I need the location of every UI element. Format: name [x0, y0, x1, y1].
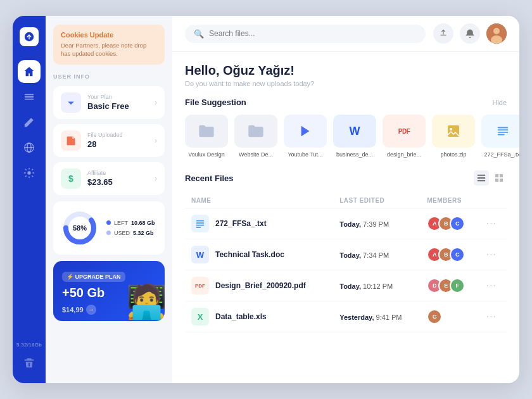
- suggestion-title: File Suggestion: [185, 98, 246, 107]
- sidebar-item-settings[interactable]: [18, 162, 41, 184]
- plan-chevron-icon: ›: [155, 98, 157, 107]
- file-more-button[interactable]: ···: [486, 311, 500, 322]
- suggestion-item-0[interactable]: Voulux Design: [185, 115, 228, 158]
- suggestion-grid: Voulux Design Website De...: [185, 115, 507, 158]
- table-row[interactable]: 272_FFSa_.txt Today, 7:39 PM ABC ···: [185, 208, 507, 239]
- suggestion-item-5[interactable]: photos.zip: [432, 115, 475, 158]
- plan-card[interactable]: Your Plan Basic Free ›: [53, 86, 165, 119]
- table-row[interactable]: PDF Design_Brief_200920.pdf Today, 10:12…: [185, 270, 507, 301]
- recent-files-section: Recent Files NAME LAST EDI: [185, 170, 507, 332]
- search-icon: 🔍: [194, 29, 204, 39]
- table-row[interactable]: X Data_table.xls Yesterday, 9:41 PM G ··…: [185, 301, 507, 332]
- col-members: MEMBERS: [421, 193, 479, 208]
- svg-rect-31: [196, 227, 201, 228]
- table-row[interactable]: W Technical Task.doc Today, 7:34 PM ABC …: [185, 239, 507, 270]
- suggestion-name-0: Voulux Design: [188, 151, 225, 158]
- suggestion-item-3[interactable]: W business_de...: [333, 115, 376, 158]
- svg-rect-26: [495, 179, 498, 182]
- svg-rect-1: [25, 94, 34, 96]
- file-edited: Today, 7:39 PM: [339, 220, 389, 228]
- user-avatar[interactable]: [486, 23, 507, 44]
- view-toggle: [474, 170, 507, 186]
- upgrade-card[interactable]: ⚡ UPGRADE PLAN +50 Gb $14,99 → 🧑‍💻: [53, 261, 165, 321]
- sidebar-item-globe[interactable]: [18, 136, 41, 159]
- upgrade-price-text: $14,99: [62, 306, 84, 314]
- upgrade-tag: ⚡ UPGRADE PLAN: [62, 272, 125, 282]
- file-more-button[interactable]: ···: [486, 249, 500, 260]
- sidebar-storage-label: 5.32/16Gb: [16, 342, 42, 348]
- left-panel: Cookies Update Dear Partners, please not…: [46, 16, 172, 383]
- suggestion-name-5: photos.zip: [440, 151, 466, 158]
- cookies-banner: Cookies Update Dear Partners, please not…: [53, 25, 165, 65]
- col-name: NAME: [185, 193, 333, 208]
- suggestion-header: File Suggestion Hide: [185, 98, 507, 107]
- affiliate-label: Affiliate: [87, 170, 148, 176]
- affiliate-card[interactable]: $ Affiliate $23.65 ›: [53, 162, 165, 195]
- sidebar-item-menu[interactable]: [18, 86, 41, 108]
- upgrade-illustration: 🧑‍💻: [126, 282, 165, 321]
- file-name-text: Data_table.xls: [215, 312, 267, 321]
- app-container: 5.32/16Gb Cookies Update Dear Partners, …: [13, 16, 519, 383]
- suggestion-item-2[interactable]: Youtube Tut...: [284, 115, 327, 158]
- grid-view-button[interactable]: [491, 170, 507, 186]
- suggestion-item-4[interactable]: PDF design_brie...: [383, 115, 426, 158]
- sidebar-bottom: 5.32/16Gb: [16, 342, 42, 374]
- file-edited: Today, 10:12 PM: [339, 282, 393, 290]
- storage-percent: 58%: [73, 224, 87, 232]
- plan-value: Basic Free: [87, 101, 148, 111]
- greeting-title: Hello, Oğuz Yağız!: [185, 63, 507, 78]
- file-name-cell: 272_FFSa_.txt: [191, 215, 327, 232]
- svg-rect-23: [478, 180, 485, 182]
- content-body: Hello, Oğuz Yağız! Do you want to make n…: [172, 52, 519, 383]
- file-name-text: Design_Brief_200920.pdf: [215, 281, 306, 290]
- sidebar-logo[interactable]: [20, 27, 39, 46]
- sidebar-item-edit[interactable]: [18, 111, 41, 134]
- affiliate-icon: $: [61, 168, 81, 189]
- file-uploaded-card[interactable]: File Uploaded 28 ›: [53, 124, 165, 157]
- svg-rect-17: [498, 127, 509, 129]
- file-more-button[interactable]: ···: [486, 280, 500, 291]
- search-input[interactable]: [209, 29, 417, 38]
- file-members: DEF: [427, 278, 473, 293]
- file-type-icon: PDF: [191, 277, 209, 294]
- svg-marker-14: [301, 126, 310, 137]
- user-info-label: USER INFO: [53, 73, 165, 80]
- col-edited: LAST EDITED: [333, 193, 421, 208]
- suggestion-name-1: Website De...: [239, 151, 273, 158]
- suggestion-thumb-3: W: [333, 115, 376, 148]
- svg-rect-30: [196, 225, 204, 226]
- svg-rect-24: [495, 174, 498, 177]
- suggestion-name-3: business_de...: [336, 151, 373, 158]
- notification-button[interactable]: [460, 23, 480, 44]
- list-view-button[interactable]: [474, 170, 489, 186]
- legend-left-label: LEFT: [114, 220, 128, 226]
- svg-rect-20: [498, 134, 505, 136]
- svg-point-16: [450, 128, 452, 130]
- file-uploaded-content: File Uploaded 28: [87, 132, 148, 149]
- svg-rect-27: [500, 179, 503, 182]
- file-name-cell: PDF Design_Brief_200920.pdf: [191, 277, 327, 294]
- suggestion-thumb-6: [481, 115, 519, 148]
- search-box[interactable]: 🔍: [185, 25, 426, 43]
- suggestion-item-1[interactable]: Website De...: [234, 115, 277, 158]
- file-uploaded-value: 28: [87, 139, 148, 149]
- upload-button[interactable]: [433, 23, 453, 44]
- file-edited: Today, 7:34 PM: [339, 251, 389, 259]
- suggestion-item-6[interactable]: 272_FFSa_.txt: [481, 115, 519, 158]
- sidebar-nav: [18, 60, 41, 338]
- sidebar: 5.32/16Gb: [13, 16, 46, 383]
- cookies-title: Cookies Update: [61, 31, 157, 39]
- sidebar-item-home[interactable]: [18, 60, 41, 83]
- file-more-button[interactable]: ···: [486, 218, 500, 229]
- file-members: ABC: [427, 247, 473, 262]
- affiliate-chevron-icon: ›: [155, 174, 157, 183]
- legend-used-label: USED: [114, 230, 130, 236]
- file-name-text: Technical Task.doc: [215, 250, 284, 259]
- sidebar-trash-button[interactable]: [18, 352, 41, 374]
- svg-rect-2: [25, 96, 34, 98]
- suggestion-hide-button[interactable]: Hide: [492, 99, 507, 106]
- svg-point-7: [27, 171, 30, 174]
- legend-left-dot: [106, 220, 111, 225]
- file-suggestion-section: File Suggestion Hide Voulux Design: [185, 98, 507, 158]
- file-type-icon: X: [191, 308, 209, 326]
